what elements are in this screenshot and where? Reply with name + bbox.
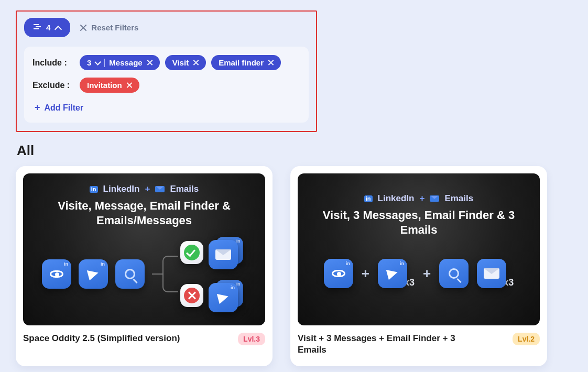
close-icon [80,24,87,31]
message-tile: in [378,259,407,288]
sequence-card[interactable]: in LinkedIn + Emails Visit, 3 Messages, … [290,166,547,366]
chip-separator [104,59,105,67]
hero-plus: + [145,184,150,194]
fail-tile [180,284,203,307]
plus-separator: + [362,266,369,282]
filter-body: Include : 3 Message Visit Email finder E… [24,47,309,123]
chevron-up-icon [56,23,61,32]
hero-header: in LinkedIn + Emails [90,184,199,194]
hero-linkedin-label: LinkedIn [378,193,415,204]
plus-icon [35,102,40,113]
send-icon [87,268,100,280]
hero-title: Visite, Message, Email Finder & Emails/M… [32,199,256,227]
chip-label: Visit [172,58,189,67]
sequence-card[interactable]: in LinkedIn + Emails Visite, Message, Em… [16,166,273,366]
level-badge: Lvl.3 [238,333,265,345]
mail-icon [430,195,439,202]
card-footer: Visit + 3 Messages + Email Finder + 3 Em… [298,333,540,356]
card-hero: in LinkedIn + Emails Visite, Message, Em… [23,173,265,325]
filter-count: 4 [46,23,50,32]
search-icon [449,268,459,279]
linkedin-icon: in [90,186,98,193]
message-tile: in [79,259,108,289]
level-badge: Lvl.2 [513,333,540,345]
remove-chip-icon[interactable] [126,82,132,88]
mail-icon [155,186,165,192]
message-stack: in in [209,279,246,312]
email-tile [477,259,506,288]
mail-icon [215,249,231,260]
search-tile [439,259,469,288]
chip-label: Message [109,58,142,67]
hero-header: in LinkedIn + Emails [364,193,473,204]
visit-tile: in [324,259,353,288]
hero-emails-label: Emails [170,184,199,194]
card-title: Visit + 3 Messages + Email Finder + 3 Em… [298,333,486,356]
mail-icon [484,268,499,279]
message-chip-count: 3 [87,58,91,67]
x-circle-icon [184,288,200,303]
sequence-flow: in + in x3 + x3 [307,259,530,288]
send-icon [386,267,399,280]
filter-panel: 4 Reset Filters Include : 3 Message Visi… [16,10,317,132]
remove-chip-icon[interactable] [268,60,274,65]
chevron-down-icon [95,58,100,67]
success-tile [180,241,203,264]
check-icon [184,245,200,260]
chip-label: Invitation [87,81,122,90]
email-stack: in [209,236,246,269]
card-hero: in LinkedIn + Emails Visit, 3 Messages, … [298,173,540,325]
include-row: Include : 3 Message Visit Email finder [32,55,300,70]
linkedin-icon: in [364,195,373,202]
hero-linkedin-label: LinkedIn [103,184,140,194]
include-chip-visit[interactable]: Visit [165,55,206,70]
visit-tile: in [42,259,71,289]
include-chip-emailfinder[interactable]: Email finder [211,55,281,70]
section-title: All [17,143,572,159]
plus-separator: + [423,266,431,282]
exclude-label: Exclude : [32,81,74,90]
include-chip-message[interactable]: 3 Message [80,55,160,70]
hero-plus: + [419,193,424,204]
reset-filters-button[interactable]: Reset Filters [80,23,138,32]
search-tile [115,259,145,289]
hero-title: Visit, 3 Messages, Email Finder & 3 Emai… [307,208,530,237]
filter-count-toggle[interactable]: 4 [24,18,70,37]
sliders-icon [34,23,41,32]
eye-icon [50,270,63,278]
eye-icon [332,270,345,277]
card-title: Space Oddity 2.5 (Simplified version) [23,333,180,344]
hero-emails-label: Emails [444,193,473,204]
branch-connector [152,250,173,298]
chip-label: Email finder [219,58,264,67]
add-filter-label: Add Filter [45,103,84,113]
branch-group: in in in [180,236,246,312]
remove-chip-icon[interactable] [147,60,153,65]
send-icon [217,291,230,304]
card-footer: Space Oddity 2.5 (Simplified version) Lv… [23,333,265,345]
cards-row: in LinkedIn + Emails Visite, Message, Em… [16,166,572,366]
remove-chip-icon[interactable] [193,60,199,65]
search-icon [125,269,135,279]
exclude-row: Exclude : Invitation [32,78,300,93]
sequence-flow: in in in in [32,236,256,312]
reset-filters-label: Reset Filters [91,23,138,32]
exclude-chip-invitation[interactable]: Invitation [80,78,139,93]
add-filter-button[interactable]: Add Filter [35,102,83,113]
include-label: Include : [32,58,74,68]
